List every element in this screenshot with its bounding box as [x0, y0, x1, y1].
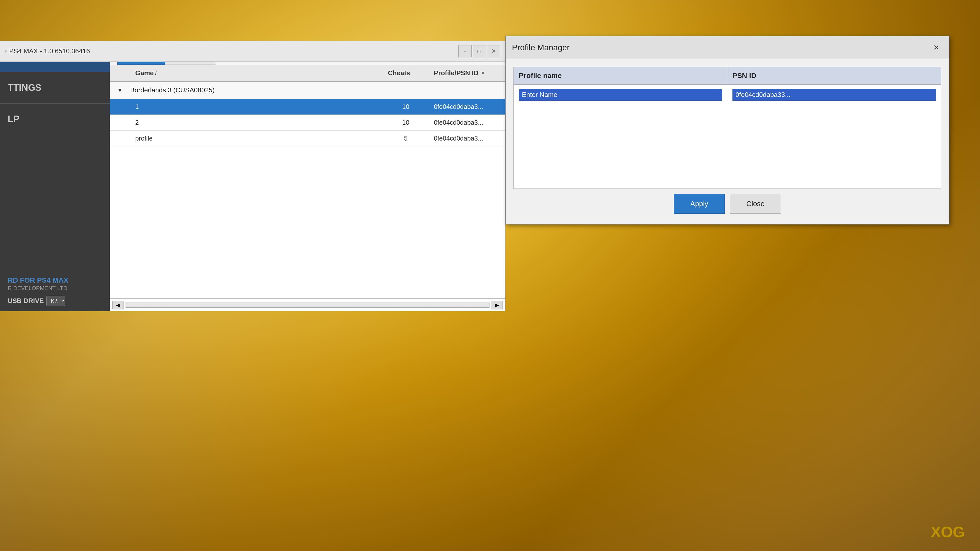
group-expand-icon: ▼	[110, 87, 130, 94]
profile-col-arrow: ▼	[480, 70, 486, 76]
profile-manager-dialog: Profile Manager ✕ Profile name PSN ID Ap…	[505, 36, 950, 224]
scroll-track[interactable]	[126, 303, 490, 308]
pm-close-btn-action[interactable]: Close	[730, 194, 781, 214]
table-row[interactable]: 1 10 0fe04cd0daba3...	[110, 99, 505, 115]
group-name: Borderlands 3 (CUSA08025)	[130, 86, 505, 94]
apply-button[interactable]: Apply	[674, 194, 725, 214]
pm-content: Profile name PSN ID Apply Close	[506, 59, 949, 224]
row-num: 1	[130, 103, 383, 110]
sidebar-item-settings[interactable]: TTINGS	[0, 72, 110, 103]
row-num: profile	[130, 135, 383, 142]
col-indicator	[110, 69, 130, 77]
row-cheats: 10	[383, 119, 429, 126]
brand-line2: R DEVELOPMENT LTD	[8, 285, 102, 292]
table-header: Game / Cheats Profile/PSN ID ▼	[110, 65, 505, 82]
table-body: ▼ Borderlands 3 (CUSA08025) 1 10 0fe04cd…	[110, 82, 505, 299]
usb-drive-select[interactable]: K:\	[46, 295, 65, 306]
group-row[interactable]: ▼ Borderlands 3 (CUSA08025)	[110, 82, 505, 99]
scroll-right-arrow[interactable]: ▶	[492, 301, 503, 310]
maximize-button[interactable]: □	[473, 45, 486, 57]
pm-psn-cell[interactable]	[727, 85, 941, 105]
usb-drive-label: USB DRIVE	[8, 297, 44, 305]
sidebar: SAVES TTINGS LP RD FOR PS4 MAX R DEVELOP…	[0, 41, 110, 311]
pm-col-psn-id: PSN ID	[727, 67, 941, 84]
pm-title: Profile Manager	[512, 43, 570, 52]
pm-close-button[interactable]: ✕	[929, 41, 943, 54]
row-num: 2	[130, 119, 383, 126]
pm-title-bar: Profile Manager ✕	[506, 36, 949, 59]
window-controls: − □ ✕	[458, 45, 500, 57]
scrollbar-area: ◀ ▶	[110, 299, 505, 311]
col-cheats[interactable]: Cheats	[383, 69, 429, 77]
pm-name-cell[interactable]	[514, 85, 727, 105]
sidebar-bottom: RD FOR PS4 MAX R DEVELOPMENT LTD USB DRI…	[0, 271, 110, 311]
sidebar-item-help[interactable]: LP	[0, 103, 110, 135]
logo: XOG	[931, 523, 965, 541]
window-title: r PS4 MAX - 1.0.6510.36416	[5, 47, 90, 55]
main-title-bar: r PS4 MAX - 1.0.6510.36416 − □ ✕	[0, 41, 505, 62]
pm-table-header: Profile name PSN ID	[514, 67, 941, 85]
row-profile: 0fe04cd0daba3...	[429, 135, 505, 142]
sort-arrow: /	[155, 70, 157, 76]
pm-psn-input[interactable]	[732, 89, 936, 101]
pm-name-input[interactable]	[519, 89, 722, 101]
row-profile: 0fe04cd0daba3...	[429, 119, 505, 126]
pm-col-profile-name: Profile name	[514, 67, 727, 84]
col-profile[interactable]: Profile/PSN ID ▼	[429, 69, 505, 77]
row-profile: 0fe04cd0daba3...	[429, 103, 505, 110]
brand-line1: RD FOR PS4 MAX	[8, 276, 102, 285]
pm-buttons: Apply Close	[514, 194, 941, 216]
table-row[interactable]: 2 10 0fe04cd0daba3...	[110, 115, 505, 130]
col-game[interactable]: Game /	[130, 69, 383, 77]
row-cheats: 10	[383, 103, 429, 110]
close-button[interactable]: ✕	[487, 45, 500, 57]
minimize-button[interactable]: −	[458, 45, 472, 57]
content-area: Cheats Re-Sign Show All Game / Cheats Pr…	[110, 41, 505, 311]
scroll-left-arrow[interactable]: ◀	[112, 301, 124, 310]
pm-table-row	[514, 85, 941, 105]
pm-table: Profile name PSN ID	[514, 67, 941, 189]
table-row[interactable]: profile 5 0fe04cd0daba3...	[110, 130, 505, 146]
row-cheats: 5	[383, 135, 429, 142]
table-container: Game / Cheats Profile/PSN ID ▼ ▼ Borderl…	[110, 65, 505, 311]
usb-drive-row: USB DRIVE K:\	[8, 295, 102, 306]
